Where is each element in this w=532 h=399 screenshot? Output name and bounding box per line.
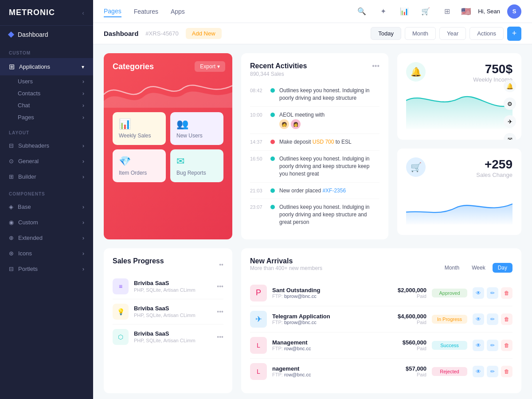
arrival-amount-3: $57,000 Paid bbox=[387, 365, 426, 377]
sales-avatar-2: ⬡ bbox=[113, 329, 129, 345]
income-chart bbox=[406, 86, 512, 131]
chart-icon[interactable]: 📊 bbox=[397, 4, 411, 19]
activity-text-1437: Make deposit USD 700 to ESL bbox=[279, 138, 379, 146]
breadcrumb-title: Dashboard bbox=[104, 30, 138, 37]
delete-icon-3[interactable]: 🗑 bbox=[501, 366, 512, 377]
sidebar-item-chat[interactable]: Chat › bbox=[0, 99, 93, 111]
view-icon-1[interactable]: 👁 bbox=[473, 313, 484, 325]
edit-icon-0[interactable]: ✏ bbox=[487, 287, 498, 299]
time-1650: 16:50 bbox=[250, 156, 266, 161]
sales-progress-title: Sales Progress bbox=[113, 257, 164, 265]
sidebar-item-builder[interactable]: ⊞ Builder › bbox=[0, 169, 93, 184]
sales-dots-0[interactable]: ••• bbox=[217, 283, 223, 290]
period-month-button[interactable]: Month bbox=[405, 27, 436, 40]
sidebar-item-portlets[interactable]: ⊟ Portlets › bbox=[0, 261, 93, 277]
tab-month[interactable]: Month bbox=[439, 263, 465, 273]
mail-icon[interactable]: ✉ bbox=[504, 133, 516, 140]
sidebar-item-general[interactable]: ⊙ General › bbox=[0, 153, 93, 169]
sales-dots-1[interactable]: ••• bbox=[217, 308, 223, 315]
period-year-button[interactable]: Year bbox=[439, 27, 466, 40]
arrival-row-3: L nagement FTP: row@bnc.cc $57,000 Paid … bbox=[250, 359, 512, 384]
time-1437: 14:37 bbox=[250, 139, 266, 145]
subheader: Dashboard #XRS-45670 Add New Today Month… bbox=[93, 23, 532, 44]
extended-label: Extended bbox=[18, 235, 43, 241]
cart-icon[interactable]: 🛒 bbox=[419, 4, 433, 19]
sales-icon: 🛒 bbox=[411, 162, 422, 172]
share-icon[interactable]: ✦ bbox=[376, 4, 390, 19]
sales-chart bbox=[406, 182, 512, 226]
delete-icon-1[interactable]: 🗑 bbox=[501, 313, 512, 325]
actions-button[interactable]: Actions bbox=[469, 27, 504, 40]
content-area: Categories Export ▾ 📊 Weekly Sales bbox=[93, 44, 532, 399]
nav-features[interactable]: Features bbox=[134, 6, 158, 17]
grid-icon[interactable]: ⊞ bbox=[440, 4, 454, 19]
bug-reports-label: Bug Reports bbox=[176, 170, 206, 176]
brand-name: METRONIC bbox=[9, 8, 55, 17]
delete-icon-0[interactable]: 🗑 bbox=[501, 287, 512, 299]
view-icon-3[interactable]: 👁 bbox=[473, 366, 484, 377]
arrival-price-0: $2,000,000 bbox=[387, 287, 426, 293]
bell-icon[interactable]: 🔔 bbox=[504, 80, 516, 92]
sales-sub-2: PHP, SQLite, Artisan CLimm bbox=[134, 338, 211, 343]
sales-more-icon[interactable]: •• bbox=[219, 261, 223, 268]
arrival-paid-2: Paid bbox=[387, 346, 426, 351]
edit-icon-3[interactable]: ✏ bbox=[487, 366, 498, 377]
sidebar-item-subheaders[interactable]: ⊟ Subheaders › bbox=[0, 138, 93, 153]
edit-icon-2[interactable]: ✏ bbox=[487, 340, 498, 351]
view-icon-0[interactable]: 👁 bbox=[473, 287, 484, 299]
delete-icon-2[interactable]: 🗑 bbox=[501, 340, 512, 351]
income-icon-circle: 🔔 bbox=[406, 62, 426, 82]
portlets-icon: ⊟ bbox=[9, 266, 14, 272]
period-today-button[interactable]: Today bbox=[371, 27, 401, 40]
sidebar-item-applications[interactable]: ⊞ Applications ▾ bbox=[0, 58, 93, 75]
edit-icon-1[interactable]: ✏ bbox=[487, 313, 498, 325]
sales-name-1: Briviba SaaS bbox=[134, 305, 211, 312]
sidebar-item-icons[interactable]: ⊛ Icons › bbox=[0, 246, 93, 261]
search-icon[interactable]: 🔍 bbox=[355, 4, 369, 19]
user-avatar[interactable]: S bbox=[507, 4, 521, 19]
sidebar-item-users[interactable]: Users › bbox=[0, 75, 93, 87]
arrival-paid-1: Paid bbox=[387, 320, 426, 325]
send-icon[interactable]: ✈ bbox=[504, 115, 516, 128]
tab-week[interactable]: Week bbox=[466, 263, 490, 273]
arrival-ftp-3: row@bnc.cc bbox=[284, 372, 311, 377]
icons-arrow: › bbox=[82, 250, 84, 257]
sidebar-item-pages[interactable]: Pages › bbox=[0, 111, 93, 123]
sidebar-item-dashboard[interactable]: Dashboard bbox=[0, 26, 93, 43]
chat-label: Chat bbox=[18, 102, 30, 109]
view-icon-2[interactable]: 👁 bbox=[473, 340, 484, 351]
activity-item-0842: 08:42 Outlines keep you honest. Indulgin… bbox=[250, 82, 379, 107]
sales-icon-circle: 🛒 bbox=[406, 157, 426, 177]
arrival-amount-0: $2,000,000 Paid bbox=[387, 287, 426, 299]
nav-pages[interactable]: Pages bbox=[104, 6, 121, 17]
sales-dots-2[interactable]: ••• bbox=[217, 333, 223, 340]
arrival-row-1: ✈ Telegram Application FTP: bprow@bnc.cc… bbox=[250, 306, 512, 332]
arrivals-header: New Arrivals More than 400+ new members … bbox=[250, 257, 512, 278]
section-layout: LAYOUT bbox=[0, 123, 93, 138]
sidebar-item-base[interactable]: ◈ Base › bbox=[0, 199, 93, 215]
more-options-icon[interactable]: ••• bbox=[372, 62, 379, 70]
arrival-amount-1: $4,600,000 Paid bbox=[387, 313, 426, 325]
settings-icon[interactable]: ⚙ bbox=[504, 98, 516, 110]
add-button[interactable]: + bbox=[507, 27, 521, 41]
flag-icon[interactable]: 🇺🇸 bbox=[461, 7, 471, 16]
icons-icon: ⊛ bbox=[9, 250, 14, 257]
arrival-price-2: $560,000 bbox=[387, 339, 426, 346]
sales-item-0: ≡ Briviba SaaS PHP, SQLite, Artisan CLim… bbox=[113, 274, 223, 299]
sidebar-item-custom[interactable]: ◉ Custom › bbox=[0, 215, 93, 230]
add-new-button[interactable]: Add New bbox=[186, 28, 222, 39]
sidebar-item-contacts[interactable]: Contacts › bbox=[0, 87, 93, 99]
custom-arrow: › bbox=[82, 219, 84, 226]
sales-avatar-1: 💡 bbox=[113, 304, 129, 320]
nav-apps[interactable]: Apps bbox=[171, 6, 185, 17]
tab-day[interactable]: Day bbox=[493, 263, 512, 273]
export-button[interactable]: Export ▾ bbox=[195, 61, 225, 72]
collapse-icon[interactable]: ‹ bbox=[82, 9, 84, 16]
sales-change-card: 🛒 +259 Sales Change bbox=[397, 149, 521, 235]
sidebar-item-extended[interactable]: ⊕ Extended › bbox=[0, 230, 93, 246]
sales-sub-1: PHP, SQLite, Artisan CLimm bbox=[134, 313, 211, 318]
avatar-2: 👩 bbox=[291, 119, 301, 129]
activity-text-2307: Outlines keep you honest. Indulging in p… bbox=[279, 203, 379, 226]
mini-card-weekly-sales: 📊 Weekly Sales bbox=[113, 112, 166, 145]
highlight-order: #XF-2356 bbox=[322, 188, 346, 194]
